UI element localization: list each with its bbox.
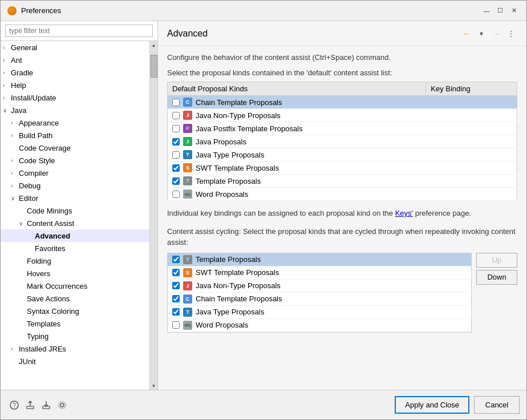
sidebar-item-installed-jres[interactable]: › Installed JREs: [1, 342, 149, 355]
sidebar-item-folding[interactable]: Folding: [1, 255, 149, 267]
apply-and-close-button[interactable]: Apply and Close: [395, 396, 469, 414]
down-button[interactable]: Down: [476, 270, 517, 285]
label-editor: Editor: [19, 194, 38, 203]
cycling-cb-java-non-type[interactable]: [172, 282, 180, 289]
sidebar-scroll-wrapper: › General › Ant › Gradle › Help: [1, 41, 157, 390]
checkbox-swt-template[interactable]: [172, 164, 180, 172]
table-row[interactable]: ab| Word Proposals: [168, 188, 517, 201]
sidebar-item-code-style[interactable]: › Code Style: [1, 154, 149, 167]
label-swt-template: SWT Template Proposals: [196, 164, 279, 172]
table-cell-binding: [426, 175, 517, 188]
checkbox-chain-template[interactable]: [172, 99, 180, 106]
sidebar-item-java[interactable]: ∨ Java: [1, 104, 149, 116]
table-row[interactable]: J Java Non-Type Proposals: [168, 109, 517, 122]
table-row[interactable]: S SWT Template Proposals: [168, 161, 517, 175]
cycling-list-item[interactable]: C Chain Template Proposals: [168, 293, 471, 306]
sidebar-item-gradle[interactable]: › Gradle: [1, 66, 149, 79]
icon-template: T: [183, 176, 192, 185]
import-icon-button[interactable]: [39, 398, 53, 412]
search-input[interactable]: [5, 25, 153, 37]
sidebar-item-compiler[interactable]: › Compiler: [1, 167, 149, 179]
checkbox-java-type[interactable]: [172, 151, 180, 159]
cycling-cb-template[interactable]: [172, 256, 180, 263]
cancel-button[interactable]: Cancel: [474, 396, 520, 414]
checkbox-java-proposals[interactable]: [172, 138, 180, 146]
cycling-list: T Template Proposals S SWT Template Prop…: [167, 253, 472, 333]
cycling-list-item[interactable]: J Java Non-Type Proposals: [168, 280, 471, 293]
cycling-list-item[interactable]: T Java Type Proposals: [168, 306, 471, 319]
cycling-list-item[interactable]: T Template Proposals: [168, 253, 471, 266]
sidebar-item-content-assist[interactable]: ∨ Content Assist: [1, 217, 149, 229]
sidebar-item-typing[interactable]: Typing: [1, 330, 149, 342]
export-icon-button[interactable]: [23, 398, 37, 412]
sidebar-item-save-actions[interactable]: Save Actions: [1, 292, 149, 305]
sidebar-item-ant[interactable]: › Ant: [1, 54, 149, 66]
sidebar-item-junit[interactable]: JUnit: [1, 355, 149, 368]
sidebar-item-favorites[interactable]: Favorites: [1, 242, 149, 255]
toolbar-menu-button[interactable]: ▾: [475, 27, 488, 40]
sidebar-item-debug[interactable]: › Debug: [1, 179, 149, 192]
table-row[interactable]: T Java Type Proposals: [168, 148, 517, 161]
sidebar-item-advanced[interactable]: Advanced: [1, 229, 149, 242]
sidebar-item-mark-occurrences[interactable]: Mark Occurrences: [1, 280, 149, 292]
cycling-cb-swt[interactable]: [172, 269, 180, 276]
app-icon: [7, 6, 17, 15]
sidebar-item-help[interactable]: › Help: [1, 79, 149, 91]
label-java-type: Java Type Proposals: [196, 151, 264, 159]
cycling-list-item[interactable]: S SWT Template Proposals: [168, 266, 471, 280]
checkbox-word[interactable]: [172, 191, 180, 198]
up-button[interactable]: Up: [476, 253, 517, 268]
cycling-cb-java-type[interactable]: [172, 308, 180, 316]
sidebar-item-general[interactable]: › General: [1, 41, 149, 54]
table-row[interactable]: J Java Proposals: [168, 135, 517, 148]
label-installed-jres: Installed JREs: [19, 345, 66, 353]
maximize-button[interactable]: ☐: [494, 5, 506, 17]
arrow-appearance: ›: [11, 120, 19, 126]
icon-chain-template: C: [183, 98, 192, 107]
sidebar-item-syntax-coloring[interactable]: Syntax Coloring: [1, 305, 149, 317]
label-templates: Templates: [27, 320, 60, 328]
tree-container: › General › Ant › Gradle › Help: [1, 41, 149, 390]
checkbox-java-postfix[interactable]: [172, 125, 180, 132]
cycling-label-swt: SWT Template Proposals: [196, 268, 279, 277]
sidebar-item-appearance[interactable]: › Appearance: [1, 116, 149, 129]
sidebar-item-editor[interactable]: ∨ Editor: [1, 192, 149, 204]
cycling-cb-chain[interactable]: [172, 295, 180, 302]
forward-button[interactable]: →: [490, 27, 502, 40]
close-button[interactable]: ✕: [508, 5, 520, 17]
toolbar-more-button[interactable]: ⋮: [505, 27, 517, 40]
table-row[interactable]: C Chain Template Proposals: [168, 96, 517, 109]
scroll-up-arrow[interactable]: ▲: [150, 41, 158, 49]
scroll-thumb[interactable]: [151, 55, 157, 78]
scroll-down-arrow[interactable]: ▼: [150, 382, 158, 390]
cycling-cb-word[interactable]: [172, 321, 180, 329]
info-text-after: preference page.: [413, 209, 471, 217]
title-bar: Preferences — ☐ ✕: [1, 1, 526, 21]
label-general: General: [11, 43, 37, 52]
keys-link[interactable]: Keys': [395, 209, 413, 217]
label-debug: Debug: [19, 181, 40, 190]
help-icon-button[interactable]: ?: [7, 398, 21, 412]
sidebar-item-hovers[interactable]: Hovers: [1, 267, 149, 280]
sidebar-item-templates[interactable]: Templates: [1, 317, 149, 330]
back-button[interactable]: ←: [460, 27, 473, 40]
sidebar-item-install-update[interactable]: › Install/Update: [1, 91, 149, 104]
table-row[interactable]: P Java Postfix Template Proposals: [168, 122, 517, 135]
label-gradle: Gradle: [11, 68, 33, 77]
sidebar-item-build-path[interactable]: › Build Path: [1, 129, 149, 142]
cycling-list-item[interactable]: ab| Word Proposals: [168, 319, 471, 332]
table-cell-binding: [426, 135, 517, 148]
table-row[interactable]: T Template Proposals: [168, 175, 517, 188]
sidebar-item-code-minings[interactable]: Code Minings: [1, 204, 149, 217]
minimize-button[interactable]: —: [481, 5, 492, 17]
settings-icon-button[interactable]: [55, 398, 69, 412]
table-cell-label: ab| Word Proposals: [168, 188, 426, 201]
cycling-icon-word: ab|: [183, 321, 192, 330]
svg-rect-2: [27, 406, 34, 409]
checkbox-template[interactable]: [172, 177, 180, 185]
sidebar-item-code-coverage[interactable]: Code Coverage: [1, 142, 149, 154]
checkbox-java-non-type[interactable]: [172, 112, 180, 119]
label-build-path: Build Path: [19, 131, 52, 140]
footer: ?: [1, 390, 526, 419]
label-mark-occurrences: Mark Occurrences: [27, 282, 87, 290]
